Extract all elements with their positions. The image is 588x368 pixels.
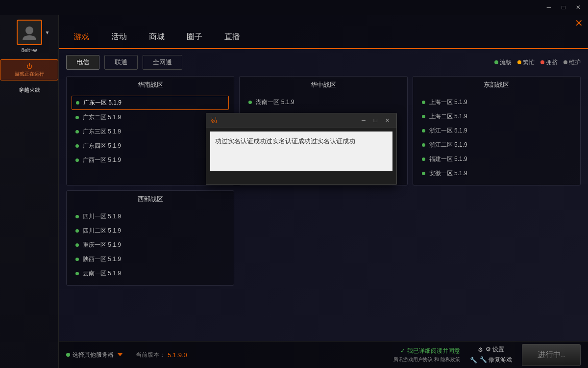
status-legend: 流畅 繁忙 拥挤 维护 bbox=[494, 58, 581, 67]
server-shanghai2[interactable]: 上海二区 5.1.9 bbox=[418, 110, 575, 123]
nav-item-shop[interactable]: 商城 bbox=[139, 26, 174, 48]
server-dot-icon bbox=[75, 130, 79, 133]
popup-close-button[interactable]: ✕ bbox=[382, 116, 392, 125]
server-zhejiang2[interactable]: 浙江二区 5.1.9 bbox=[418, 138, 575, 152]
minimize-button[interactable]: ─ bbox=[541, 2, 556, 13]
game-name-label: 穿越火线 bbox=[17, 86, 42, 94]
server-yunnan1[interactable]: 云南一区 5.1.9 bbox=[72, 267, 229, 280]
sidebar: ▼ 8elt~w ⏻ 游戏正在运行 穿越火线 bbox=[0, 15, 59, 368]
server-chongqing1[interactable]: 重庆一区 5.1.9 bbox=[72, 238, 229, 252]
close-button[interactable]: ✕ bbox=[571, 2, 586, 13]
nav-item-live[interactable]: 直播 bbox=[215, 26, 250, 48]
server-dot-icon bbox=[422, 101, 425, 104]
select-server-label: 选择其他服务器 bbox=[73, 351, 114, 359]
server-dot-icon bbox=[248, 101, 252, 104]
server-dot-icon bbox=[75, 144, 79, 148]
popup-title-icon: 易 bbox=[210, 116, 217, 125]
avatar-area: ▼ 8elt~w bbox=[17, 20, 42, 53]
repair-button[interactable]: 🔧 🔧 修复游戏 bbox=[470, 356, 512, 364]
server-shaanxi1[interactable]: 陕西一区 5.1.9 bbox=[72, 253, 229, 266]
server-tabs-bar: 电信 联通 全网通 流畅 繁忙 拥挤 维护 bbox=[59, 49, 588, 74]
server-dot-icon bbox=[75, 243, 79, 247]
server-dot-icon bbox=[75, 158, 79, 162]
server-dot-icon bbox=[76, 101, 79, 105]
repair-label: 🔧 修复游戏 bbox=[480, 356, 512, 364]
bottom-bar: 选择其他服务器 当前版本： 5.1.9.0 ✓ 我已详细阅读并同意 腾讯游戏用户… bbox=[59, 341, 588, 368]
popup-dialog: 易 ─ □ ✕ 功过实名认证成功过实名认证成功过实名认证成功 bbox=[206, 113, 397, 185]
zone-east: 东部战区 上海一区 5.1.9 上海二区 5.1.9 浙江一区 5.1.9 浙江… bbox=[413, 76, 581, 185]
nav-item-events[interactable]: 活动 bbox=[101, 26, 137, 48]
game-status-panel[interactable]: ⏻ 游戏正在运行 bbox=[0, 59, 58, 80]
server-dot-icon bbox=[422, 158, 425, 161]
popup-minimize-button[interactable]: ─ bbox=[358, 116, 369, 125]
server-zhejiang1[interactable]: 浙江一区 5.1.9 bbox=[418, 124, 575, 137]
server-dot-icon bbox=[422, 115, 425, 118]
popup-maximize-button[interactable]: □ bbox=[370, 116, 381, 125]
legend-busy: 繁忙 bbox=[517, 58, 535, 67]
server-fujian1[interactable]: 福建一区 5.1.9 bbox=[418, 153, 575, 166]
svg-point-0 bbox=[25, 26, 33, 34]
server-sichuan2[interactable]: 四川二区 5.1.9 bbox=[72, 224, 229, 237]
server-guangdong1[interactable]: 广东一区 5.1.9 bbox=[72, 96, 229, 110]
settings-button[interactable]: ⚙ ⚙ 设置 bbox=[478, 345, 504, 354]
settings-label: ⚙ 设置 bbox=[486, 345, 504, 354]
server-sichuan1[interactable]: 四川一区 5.1.9 bbox=[72, 210, 229, 223]
zone-south-title: 华南战区 bbox=[72, 80, 229, 92]
zone-west: 西部战区 四川一区 5.1.9 四川二区 5.1.9 重庆一区 5.1.9 陕西… bbox=[66, 190, 234, 286]
main-content: 游戏 活动 商城 圈子 直播 ✕ 电信 联通 全网通 流畅 繁忙 拥挤 维护 华… bbox=[59, 15, 588, 368]
server-dot-icon bbox=[75, 116, 79, 119]
nav-item-game[interactable]: 游戏 bbox=[64, 26, 99, 49]
username-label: 8elt~w bbox=[21, 47, 37, 53]
repair-icon: 🔧 bbox=[470, 357, 477, 364]
maximize-button[interactable]: □ bbox=[556, 2, 571, 13]
server-dot-icon bbox=[75, 215, 79, 218]
server-tab-allnet[interactable]: 全网通 bbox=[143, 55, 182, 70]
select-server-button[interactable]: 选择其他服务器 bbox=[66, 351, 122, 359]
nav-item-community[interactable]: 圈子 bbox=[177, 26, 212, 48]
version-prefix: 当前版本： bbox=[136, 351, 165, 359]
server-dot-icon bbox=[75, 229, 79, 233]
main-close-icon[interactable]: ✕ bbox=[575, 17, 583, 29]
top-nav: 游戏 活动 商城 圈子 直播 bbox=[59, 15, 588, 49]
server-anhui1[interactable]: 安徽一区 5.1.9 bbox=[418, 167, 575, 180]
server-dot-icon bbox=[75, 272, 79, 275]
agreement-links: 腾讯游戏用户协议 和 隐私政策 bbox=[393, 356, 460, 363]
avatar-icon bbox=[18, 21, 41, 44]
server-dot-icon bbox=[422, 143, 425, 147]
server-shanghai1[interactable]: 上海一区 5.1.9 bbox=[418, 96, 575, 109]
server-tab-unicom[interactable]: 联通 bbox=[104, 55, 138, 70]
avatar[interactable] bbox=[17, 20, 42, 45]
start-button[interactable]: 进行中.. bbox=[522, 344, 581, 366]
select-arrow-icon bbox=[118, 353, 122, 356]
agreement-check-label: ✓ 我已详细阅读并同意 bbox=[400, 347, 460, 355]
version-number: 5.1.9.0 bbox=[168, 351, 187, 359]
agreement-area: ✓ 我已详细阅读并同意 腾讯游戏用户协议 和 隐私政策 bbox=[393, 347, 460, 363]
zone-central-title: 华中战区 bbox=[245, 80, 402, 92]
popup-titlebar: 易 ─ □ ✕ bbox=[206, 113, 396, 128]
server-dot-icon bbox=[422, 172, 425, 175]
start-label: 进行中.. bbox=[538, 350, 565, 360]
gear-icon: ⚙ bbox=[478, 346, 483, 353]
version-area: 当前版本： 5.1.9.0 bbox=[128, 351, 187, 359]
legend-smooth: 流畅 bbox=[494, 58, 512, 67]
game-status-text: 游戏正在运行 bbox=[2, 71, 56, 77]
dropdown-arrow-icon[interactable]: ▼ bbox=[45, 30, 50, 35]
legend-congested: 拥挤 bbox=[540, 58, 558, 67]
title-bar: ─ □ ✕ bbox=[0, 0, 588, 15]
legend-maintenance: 维护 bbox=[564, 58, 581, 67]
server-status-dot bbox=[66, 353, 70, 357]
server-dot-icon bbox=[422, 129, 425, 132]
server-dot-icon bbox=[75, 258, 79, 261]
power-icon: ⏻ bbox=[2, 63, 56, 70]
zone-west-title: 西部战区 bbox=[72, 195, 229, 206]
server-tab-telecom[interactable]: 电信 bbox=[66, 55, 99, 70]
popup-footer bbox=[206, 175, 396, 184]
zone-east-title: 东部战区 bbox=[418, 80, 575, 92]
settings-area: ⚙ ⚙ 设置 🔧 🔧 修复游戏 bbox=[470, 345, 512, 364]
popup-content-text: 功过实名认证成功过实名认证成功过实名认证成功 bbox=[210, 131, 392, 171]
server-hunan1[interactable]: 湖南一区 5.1.9 bbox=[245, 96, 402, 109]
